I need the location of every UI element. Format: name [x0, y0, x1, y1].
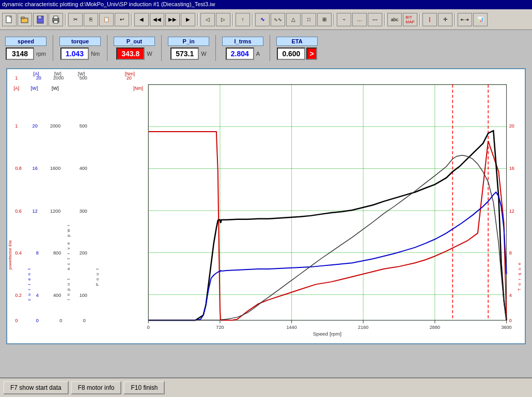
next-button[interactable]: ▷ [216, 13, 230, 26]
svg-text:u: u [26, 294, 31, 296]
svg-text:0: 0 [36, 318, 39, 323]
svg-text:power: power [8, 258, 12, 269]
f8-motor-info-button[interactable]: F8 motor info [71, 381, 122, 394]
save-button[interactable] [33, 13, 48, 26]
svg-text:Eta: Eta [8, 240, 12, 246]
svg-text:0: 0 [59, 318, 62, 323]
toolbar-sep-5 [252, 13, 253, 26]
svg-text:16: 16 [33, 166, 38, 171]
pout-label: P_out [114, 37, 155, 46]
svg-text:1: 1 [15, 75, 18, 81]
curve-button[interactable]: ~ [337, 13, 351, 26]
svg-text:0.2: 0.2 [15, 293, 22, 298]
bitmap-button[interactable]: BITMAP [403, 13, 417, 26]
svg-text:r: r [26, 283, 31, 285]
wave2-button[interactable]: ∿∿ [271, 13, 285, 26]
toolbar-sep-6 [334, 13, 335, 26]
wave-button[interactable]: ∿ [255, 13, 270, 26]
toolbar-sep-2 [131, 13, 132, 26]
forward-button[interactable]: ▶ [181, 13, 195, 26]
metrics-sep-5 [270, 35, 270, 61]
svg-text:factor: factor [8, 248, 12, 259]
chart-border: [A] [W] [W] [Nm] 0 0.2 0.4 0.6 0.8 1 0 4… [6, 68, 526, 344]
eta-value: 0.600 [277, 47, 305, 60]
title-text: dynamic characteristic plotting d:\MokPo… [2, 1, 215, 7]
svg-text:4: 4 [36, 293, 39, 298]
svg-text:0: 0 [147, 325, 150, 330]
svg-text:[W]: [W] [31, 86, 38, 91]
svg-text:[W]: [W] [52, 86, 59, 91]
svg-text:2160: 2160 [358, 325, 368, 330]
paste-button[interactable]: 📋 [99, 13, 114, 26]
grid-button[interactable]: ⊞ [317, 13, 332, 26]
svg-text:[A]: [A] [13, 86, 19, 91]
back-button[interactable]: ◀ [134, 13, 149, 26]
svg-text:r: r [66, 225, 71, 226]
undo-button[interactable]: ↩ [115, 13, 129, 26]
speed-value: 3148 [6, 47, 34, 60]
metrics-bar: speed 3148 rpm torque 1.043 Nm P_out 343… [0, 30, 532, 66]
pout-metric: P_out 343.8 W [114, 37, 155, 60]
toolbar-sep-3 [197, 13, 198, 26]
svg-text:u: u [66, 283, 71, 285]
print-button[interactable] [49, 13, 63, 26]
speed-label: speed [5, 37, 46, 46]
eta-metric: ETA 0.600 > [276, 37, 318, 60]
dash-button[interactable]: --- [368, 13, 382, 26]
svg-text:v: v [66, 247, 71, 249]
svg-text:8: 8 [509, 250, 512, 256]
new-button[interactable] [2, 13, 17, 26]
measure-button[interactable]: ⇤⇥ [458, 13, 472, 26]
f7-show-start-data-button[interactable]: F7 show start data [3, 381, 69, 394]
torque-metric: torque 1.043 Nm [59, 37, 101, 60]
f10-finish-button[interactable]: F10 finish [123, 381, 165, 394]
svg-text:0.4: 0.4 [15, 250, 22, 256]
svg-rect-8 [54, 21, 58, 23]
svg-text:u: u [517, 268, 522, 270]
itrms-metric: I_trms 2.804 A [222, 37, 263, 60]
open-button[interactable] [18, 13, 32, 26]
copy-button[interactable]: ⎘ [84, 13, 98, 26]
title-bar: dynamic characteristic plotting d:\MokPo… [0, 0, 532, 9]
toolbar-sep-7 [384, 13, 385, 26]
pin-label: P_in [168, 37, 209, 46]
svg-rect-9 [7, 69, 525, 343]
abc-button[interactable]: abc [387, 13, 402, 26]
svg-text:[Nm]: [Nm] [133, 86, 143, 91]
prev-button[interactable]: ◁ [200, 13, 215, 26]
cross-button[interactable]: ✛ [438, 13, 452, 26]
svg-text:e: e [517, 262, 522, 265]
itrms-unit: A [256, 51, 260, 57]
toolbar-sep-9 [455, 13, 456, 26]
svg-text:n: n [66, 294, 71, 296]
svg-text:0.6: 0.6 [15, 209, 22, 214]
svg-text:[A]: [A] [34, 71, 39, 76]
svg-text:400: 400 [80, 166, 87, 171]
forward2-button[interactable]: ▶▶ [165, 13, 180, 26]
toolbar-sep-8 [419, 13, 420, 26]
svg-text:q: q [517, 273, 522, 275]
triangle-button[interactable]: △ [286, 13, 301, 26]
itrms-label: I_trms [222, 37, 263, 46]
svg-text:n: n [26, 273, 31, 275]
cut-button[interactable]: ✂ [68, 13, 83, 26]
pin-value: 573.1 [170, 47, 199, 60]
toolbar-sep-4 [232, 13, 233, 26]
torque-unit: Nm [91, 51, 100, 57]
box-button[interactable]: □ [302, 13, 316, 26]
svg-text:1: 1 [15, 123, 18, 129]
svg-text:[Nm]: [Nm] [125, 71, 135, 76]
pin-unit: W [201, 51, 206, 57]
svg-text:1600: 1600 [50, 166, 60, 171]
svg-text:300: 300 [80, 209, 87, 214]
svg-text:p: p [66, 234, 71, 237]
red-bar-button[interactable]: | [423, 13, 437, 26]
arrow-up-button[interactable]: ↑ [236, 13, 250, 26]
dots-button[interactable]: … [352, 13, 367, 26]
toolbar: ✂ ⎘ 📋 ↩ ◀ ◀◀ ▶▶ ▶ ◁ ▷ ↑ ∿ ∿∿ △ □ ⊞ ~ … -… [0, 9, 532, 30]
back2-button[interactable]: ◀◀ [150, 13, 164, 26]
chart-svg[interactable]: [A] [W] [W] [Nm] 0 0.2 0.4 0.6 0.8 1 0 4… [7, 69, 525, 343]
svg-text:c: c [26, 299, 31, 301]
toolbar-sep-1 [65, 13, 66, 26]
chart-type-button[interactable]: 📊 [473, 13, 488, 26]
